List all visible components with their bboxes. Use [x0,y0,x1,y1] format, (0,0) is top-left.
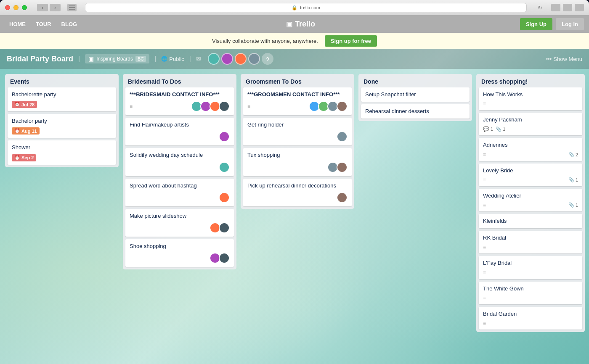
download-btn[interactable] [551,4,560,11]
avatar-gray [337,131,348,142]
nav-blog[interactable]: BLOG [57,18,82,30]
sidebar-btn[interactable] [67,4,77,11]
list-cards-dress: How This Works ≡ Jenny Packham 💬 1 [476,87,585,332]
avatar-dark [219,222,230,233]
card-slideshow[interactable]: Make picture slideshow [125,209,234,237]
card-avatars [337,192,348,203]
card-adriennes[interactable]: Adriennes ≡ 📎 2 [479,138,582,161]
signup-btn[interactable]: Sign Up [520,18,552,30]
card-avatars [219,192,230,203]
lines-icon: ≡ [247,103,250,109]
card-tux-shopping[interactable]: Tux shopping [243,148,352,176]
avatar-dark [219,253,230,264]
promo-banner: Visually collaborate with anyone, anywhe… [0,33,589,49]
lines-icon: ≡ [483,295,486,301]
lines-icon: ≡ [130,103,133,109]
member-count[interactable]: 9 [262,53,273,65]
tab-btn[interactable] [575,4,584,11]
nav-tour[interactable]: TOUR [32,18,56,30]
list-header-done: Done [358,74,472,87]
member-avatar-2[interactable] [221,53,233,65]
comment-badge: 💬 1 [483,126,493,132]
nav-home[interactable]: HOME [5,18,30,30]
card-hashtag[interactable]: Spread word about hashtag [125,179,234,206]
avatar-orange [219,192,230,203]
card-rk-bridal[interactable]: RK Bridal ≡ [479,231,582,253]
forward-btn[interactable]: › [50,4,61,11]
card-bridal-garden[interactable]: Bridal Garden ≡ [479,307,582,330]
member-avatar-4[interactable] [248,53,260,65]
card-kleinfelds[interactable]: Kleinfelds [479,214,582,228]
svg-rect-1 [69,7,75,8]
list-cards-events: Bachelorette party ⏰ Jul 28 Bachelor par… [5,87,119,167]
card-bachelorette[interactable]: Bachelorette party ⏰ Jul 28 [8,87,116,111]
card-lovely-bride[interactable]: Lovely Bride ≡ 📎 1 [479,164,582,186]
signup-free-btn[interactable]: Sign up for free [325,35,377,47]
nav-right: Sign Up Log In [520,18,584,30]
card-wedding-schedule[interactable]: Solidify wedding day schedule [125,148,234,176]
board-header-right: ••• Show Menu [546,56,582,62]
lines-icon: ≡ [483,320,486,326]
list-done: Done Setup Snapchat filter Rehearsal din… [358,74,472,121]
avatar-teal [219,162,230,173]
mac-titlebar: ‹ › 🔒 trello.com ↻ [0,0,589,15]
board-visibility[interactable]: 🌐 Public [161,56,184,62]
card-lfay-bridal[interactable]: L'Fay Bridal ≡ [479,256,582,279]
card-jenny-packham[interactable]: Jenny Packham 💬 1 📎 1 [479,113,582,135]
attach-badge: 📎 1 [568,202,578,208]
list-dress-shopping: Dress shopping! How This Works ≡ Jenny P… [476,74,585,332]
card-avatars [327,162,348,173]
list-cards-bridesmaid: ***BRIDESMAID CONTACT INFO*** ≡ [123,87,236,269]
board-container: Bridal Party Board | ▣ Inspiring Boards … [0,49,589,364]
member-avatar-1[interactable] [208,53,220,65]
avatar-purple [219,131,230,142]
member-avatar-3[interactable] [235,53,247,65]
nav-links: HOME TOUR BLOG [5,18,81,30]
card-avatars [210,253,230,264]
list-bridesmaid-todos: Bridesmaid To Dos ***BRIDESMAID CONTACT … [123,74,236,269]
card-avatars [337,131,348,142]
mac-window: ‹ › 🔒 trello.com ↻ HOME TOUR BLOG ▣ Trel… [0,0,589,364]
avatar-brown [337,192,348,203]
card-groomsmen-contact[interactable]: ***GROOMSMEN CONTACT INFO*** ≡ [243,87,352,115]
card-rehearsal-decorations[interactable]: Pick up rehearsal dinner decorations [243,179,352,206]
close-btn[interactable] [5,5,10,10]
card-ring-holder[interactable]: Get ring holder [243,118,352,145]
tag-icon: ▣ [88,55,94,62]
address-bar[interactable]: 🔒 trello.com [85,3,527,12]
card-how-this-works[interactable]: How This Works ≡ [479,87,582,110]
show-menu-btn[interactable]: ••• Show Menu [546,56,582,62]
attach-badge: 📎 1 [568,177,578,182]
list-events: Events Bachelorette party ⏰ Jul 28 Bache… [5,74,119,167]
reload-btn[interactable]: ↻ [535,4,544,11]
card-bridesmaid-contact[interactable]: ***BRIDESMAID CONTACT INFO*** ≡ [125,87,234,115]
card-wedding-atelier[interactable]: Wedding Atelier ≡ 📎 1 [479,189,582,211]
attach-badge: 📎 2 [568,152,578,157]
card-avatars [219,162,230,173]
list-header-groomsmen: Groomsmen To Dos [241,74,354,87]
fullscreen-btn[interactable] [22,5,27,10]
card-bachelor[interactable]: Bachelor party ⏰ Aug 11 [8,114,116,138]
inspiring-boards-tag[interactable]: ▣ Inspiring Boards BC [85,54,149,63]
attach-badge: 📎 1 [496,127,505,132]
trello-logo: ▣ Trello [81,20,520,29]
card-hair-makeup[interactable]: Find Hair/makeup artists [125,118,234,145]
card-white-gown[interactable]: The White Gown ≡ [479,282,582,304]
card-rehearsal-desserts[interactable]: Rehearsal dinner desserts [361,104,470,119]
back-btn[interactable]: ‹ [37,4,48,11]
lists-area: Events Bachelorette party ⏰ Jul 28 Bache… [0,69,589,364]
lines-icon: ≡ [483,244,486,250]
card-shoe-shopping[interactable]: Shoe shopping [125,239,234,267]
lines-icon: ≡ [483,101,486,107]
list-cards-groomsmen: ***GROOMSMEN CONTACT INFO*** ≡ [241,87,354,209]
list-header-bridesmaid: Bridesmaid To Dos [123,74,236,87]
login-btn[interactable]: Log In [556,18,584,30]
minimize-btn[interactable] [13,5,19,10]
card-shower[interactable]: Shower ⏰ Sep 2 [8,140,116,164]
promo-text: Visually collaborate with anyone, anywhe… [212,38,318,44]
svg-rect-0 [69,5,75,6]
board-header: Bridal Party Board | ▣ Inspiring Boards … [0,49,589,69]
board-members: 9 [208,53,273,65]
card-snapchat[interactable]: Setup Snapchat filter [361,87,470,102]
share-btn[interactable] [563,4,572,11]
